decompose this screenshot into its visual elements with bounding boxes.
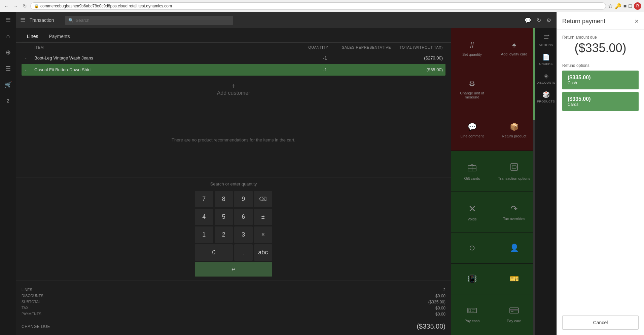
nav-search[interactable]: ⊕ — [0, 44, 16, 60]
add-loyalty-icon: ♠ — [512, 41, 516, 49]
numpad-8[interactable]: 8 — [215, 191, 233, 207]
pay-cash-tile[interactable]: Pay cash — [451, 294, 493, 335]
transaction-options-tile[interactable]: Transaction options — [493, 151, 535, 192]
search-area: 🔍 — [65, 16, 233, 25]
search-input[interactable] — [76, 18, 230, 23]
voids-tile[interactable]: ✕ Voids — [451, 192, 493, 233]
rp-title: Return payment — [562, 18, 605, 25]
top-bar-actions: 💬 ↻ ⚙ — [523, 16, 552, 25]
tax-overrides-tile[interactable]: ↷ Tax overrides — [493, 192, 535, 233]
icon-tile-4[interactable]: 🎫 — [493, 264, 535, 294]
subtotal-label: SUBTOTAL — [22, 300, 229, 304]
numpad-2[interactable]: 2 — [215, 226, 233, 243]
col-rep: SALES REPRESENTATIVE — [342, 45, 392, 49]
lock-icon: 🔒 — [34, 4, 39, 8]
rp-close-button[interactable]: × — [635, 17, 639, 25]
line-comment-tile[interactable]: 💬 Line comment — [451, 110, 493, 151]
rp-option-cash[interactable]: ($335.00) Cash — [562, 71, 639, 89]
nav-list[interactable]: ☰ — [0, 60, 16, 77]
forward-button[interactable]: → — [12, 3, 20, 9]
ext-icon-1[interactable]: 🔑 — [615, 3, 621, 9]
change-uom-tile[interactable]: ⚙ Change unit of measure — [451, 69, 493, 110]
set-quantity-tile[interactable]: # Set quantity — [451, 28, 493, 69]
sidebar-orders[interactable]: 📄 ORDERS — [535, 51, 557, 68]
pay-card-tile[interactable]: Pay card — [493, 294, 535, 335]
main-content: ☰ Transaction 🔍 💬 ↻ ⚙ Lines Payments — [16, 12, 557, 335]
table-row[interactable]: ⌄ Boot-Leg Vintage Wash Jeans -1 ($270.0… — [22, 52, 445, 64]
nav-hamburger[interactable]: ☰ — [0, 12, 16, 28]
back-button[interactable]: ← — [3, 3, 10, 9]
tax-value: $0.00 — [238, 306, 445, 310]
add-loyalty-tile[interactable]: ♠ Add loyalty card — [493, 28, 535, 69]
products-icon: 🎲 — [542, 91, 550, 98]
numpad-multiply[interactable]: × — [254, 226, 273, 243]
tab-lines[interactable]: Lines — [22, 31, 43, 42]
card-icon-2: 🎫 — [510, 275, 519, 283]
ext-icon-3[interactable]: □ — [629, 3, 632, 9]
gift-cards-tile[interactable]: Gift cards — [451, 151, 493, 192]
bottom-summary: LINES 2 DISCOUNTS $0.00 SUBTOTAL ($335.0… — [16, 281, 451, 335]
rp-amount-section: Return amount due ($335.00) — [557, 30, 644, 60]
transaction-options-icon — [509, 162, 519, 174]
numpad-abc[interactable]: abc — [254, 244, 273, 261]
change-uom-icon: ⚙ — [469, 80, 475, 88]
table-header: ITEM QUANTITY SALES REPRESENTATIVE TOTAL… — [22, 43, 445, 52]
change-due-value: ($335.00) — [417, 323, 445, 330]
add-customer-area[interactable]: + Add customer — [16, 76, 451, 103]
empty-tile — [493, 69, 535, 110]
bookmark-icon[interactable]: ☆ — [608, 3, 613, 9]
rp-option-cash-type: Cash — [568, 81, 633, 85]
sidebar-products[interactable]: 🎲 PRODUCTS — [535, 88, 557, 106]
table-row[interactable]: ⌄ Casual Fit Button-Down Shirt -1 ($65.0… — [22, 64, 445, 76]
numpad-5[interactable]: 5 — [215, 209, 233, 225]
tab-payments[interactable]: Payments — [43, 31, 75, 42]
numpad-backspace[interactable]: ⌫ — [254, 191, 273, 207]
rp-amount-value: ($335.00) — [562, 41, 639, 55]
icon-tile-1[interactable]: ⊝ — [451, 233, 493, 263]
refresh-icon[interactable]: ↻ — [535, 16, 542, 25]
numpad-decimal[interactable]: . — [234, 244, 253, 261]
nav-home[interactable]: ⌂ — [0, 28, 16, 44]
rp-header: Return payment × — [557, 12, 644, 30]
reload-button[interactable]: ↻ — [22, 3, 28, 9]
person-icon: 👤 — [510, 244, 519, 252]
menu-icon[interactable]: ☰ — [20, 16, 26, 24]
chat-icon[interactable]: 💬 — [523, 16, 533, 25]
sidebar-actions[interactable]: ACTIONS — [535, 31, 557, 49]
action-tiles: # Set quantity ♠ Add loyalty card ⚙ Chan… — [451, 28, 535, 335]
right-action-sidebar: ACTIONS 📄 ORDERS ◈ DISCOUNTS 🎲 PRODUCTS — [535, 28, 557, 335]
sidebar-discounts[interactable]: ◈ DISCOUNTS — [535, 70, 557, 87]
gift-cards-icon — [467, 162, 477, 174]
icon-tile-3[interactable]: 📳 — [451, 264, 493, 294]
numpad-0[interactable]: 0 — [195, 244, 233, 261]
numpad-3[interactable]: 3 — [234, 226, 253, 243]
expand-icon: ⌄ — [24, 56, 34, 60]
return-product-tile[interactable]: 📦 Return product — [493, 110, 535, 151]
settings-icon[interactable]: ⚙ — [545, 16, 552, 25]
scroll-indicator[interactable] — [533, 28, 535, 335]
numpad-1[interactable]: 1 — [195, 226, 213, 243]
no-recommendations: There are no product recommendations for… — [16, 103, 451, 177]
url-text: commercebugbashea9b6abc78e0c9d8pos.cloud… — [40, 4, 172, 8]
numpad-enter[interactable]: ↵ — [195, 262, 272, 277]
item-qty: -1 — [308, 67, 342, 72]
icon-tile-2[interactable]: 👤 — [493, 233, 535, 263]
numpad-6[interactable]: 6 — [234, 209, 253, 225]
numpad-plus-minus[interactable]: ± — [254, 209, 273, 225]
quantity-input[interactable] — [22, 180, 445, 188]
change-due-row: CHANGE DUE ($335.00) — [22, 322, 445, 331]
rp-cancel-button[interactable]: Cancel — [562, 316, 639, 330]
lines-table: ITEM QUANTITY SALES REPRESENTATIVE TOTAL… — [16, 43, 451, 76]
ext-icon-2[interactable]: ■ — [623, 3, 627, 9]
scroll-thumb — [533, 28, 535, 120]
change-due-label: CHANGE DUE — [22, 324, 50, 329]
line-comment-icon: 💬 — [468, 123, 477, 131]
svg-rect-5 — [468, 308, 476, 313]
rp-option-cards[interactable]: ($335.00) Cards — [562, 92, 639, 111]
nav-cart[interactable]: 🛒 — [0, 77, 16, 93]
user-avatar[interactable]: R — [634, 2, 641, 10]
numpad-7[interactable]: 7 — [195, 191, 213, 207]
pay-cash-label: Pay cash — [464, 319, 479, 323]
numpad-9[interactable]: 9 — [234, 191, 253, 207]
numpad-4[interactable]: 4 — [195, 209, 213, 225]
